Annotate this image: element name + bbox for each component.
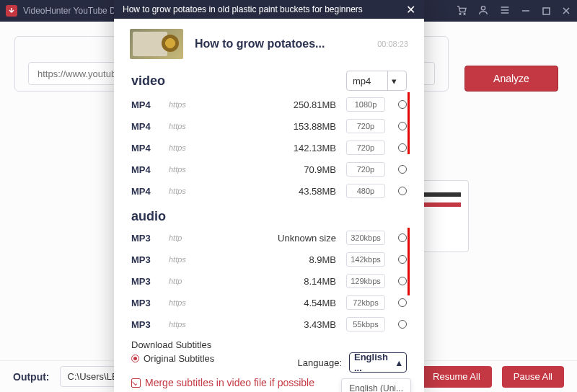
quality-badge: 129kbps bbox=[346, 274, 385, 288]
cart-icon[interactable] bbox=[456, 4, 467, 18]
original-subtitles-radio[interactable] bbox=[131, 355, 139, 362]
select-radio[interactable] bbox=[398, 165, 407, 174]
file-size: 142.13MB bbox=[268, 143, 336, 153]
format-row[interactable]: MP4https70.9MB720p bbox=[131, 159, 407, 180]
quality-badge: 1080p bbox=[346, 97, 385, 112]
format-row[interactable]: MP4https250.81MB1080p bbox=[131, 94, 407, 115]
download-modal: How to grow potatoes in old plastic pain… bbox=[114, 0, 424, 392]
protocol: http bbox=[169, 233, 182, 242]
resume-all-button[interactable]: Resume All bbox=[421, 366, 492, 388]
quality-badge: 320kbps bbox=[346, 231, 385, 245]
close-icon[interactable] bbox=[561, 6, 571, 15]
analyze-button[interactable]: Analyze bbox=[464, 66, 558, 92]
protocol: https bbox=[169, 298, 186, 307]
select-radio[interactable] bbox=[398, 255, 407, 264]
format-name: MP4 bbox=[131, 99, 169, 110]
protocol: https bbox=[169, 187, 186, 195]
select-radio[interactable] bbox=[398, 100, 407, 109]
protocol: https bbox=[169, 320, 186, 329]
chevron-down-icon: ▾ bbox=[387, 71, 400, 90]
language-select[interactable]: English ... ▴ bbox=[349, 352, 407, 373]
select-radio[interactable] bbox=[398, 277, 407, 285]
format-row[interactable]: MP3httpUnknown size320kbps bbox=[131, 227, 407, 249]
video-thumbnail bbox=[130, 29, 183, 59]
protocol: http bbox=[169, 277, 182, 285]
app-logo-icon bbox=[6, 5, 17, 17]
format-name: MP4 bbox=[131, 121, 169, 132]
svg-point-1 bbox=[464, 13, 465, 14]
original-subtitles-label: Original Subtitles bbox=[144, 353, 214, 364]
file-size: 43.58MB bbox=[268, 186, 336, 197]
file-size: 8.14MB bbox=[268, 276, 336, 287]
format-row[interactable]: MP3https4.54MB72kbps bbox=[131, 292, 407, 313]
format-select[interactable]: mp4 ▾ bbox=[346, 71, 407, 91]
file-size: 250.81MB bbox=[268, 99, 336, 110]
protocol: https bbox=[169, 255, 186, 264]
format-row[interactable]: MP4https43.58MB480p bbox=[131, 180, 407, 202]
quality-badge: 720p bbox=[346, 162, 385, 177]
language-tooltip: English (Uni... bbox=[341, 378, 411, 392]
svg-point-0 bbox=[459, 13, 461, 14]
select-radio[interactable] bbox=[398, 143, 407, 152]
format-row[interactable]: MP4https153.88MB720p bbox=[131, 115, 407, 137]
maximize-icon[interactable] bbox=[541, 7, 551, 15]
quality-badge: 142kbps bbox=[346, 252, 385, 267]
download-subtitles-label: Download Subtitles bbox=[131, 339, 407, 350]
modal-close-icon[interactable]: ✕ bbox=[406, 3, 415, 17]
file-size: 8.9MB bbox=[268, 254, 336, 265]
file-size: 4.54MB bbox=[268, 298, 336, 308]
protocol: https bbox=[169, 122, 186, 130]
modal-title-text: How to grow potatoes in old plastic pain… bbox=[123, 4, 363, 14]
output-label: Output: bbox=[13, 371, 50, 383]
quality-badge: 480p bbox=[346, 184, 385, 198]
protocol: https bbox=[169, 100, 186, 109]
app-title: VideoHunter YouTube D bbox=[23, 6, 116, 16]
merge-checkbox[interactable] bbox=[131, 378, 141, 388]
video-scrollbar[interactable] bbox=[408, 92, 410, 154]
select-radio[interactable] bbox=[398, 233, 407, 242]
select-radio[interactable] bbox=[398, 298, 407, 307]
quality-badge: 720p bbox=[346, 141, 385, 155]
svg-rect-3 bbox=[543, 8, 550, 14]
pause-all-button[interactable]: Pause All bbox=[502, 366, 564, 388]
format-name: MP4 bbox=[131, 143, 169, 153]
svg-point-2 bbox=[481, 6, 485, 9]
file-size: 153.88MB bbox=[268, 121, 336, 132]
quality-badge: 55kbps bbox=[346, 317, 385, 331]
format-name: MP3 bbox=[131, 319, 169, 330]
file-size: Unknown size bbox=[268, 233, 336, 244]
language-label: Language: bbox=[298, 357, 342, 368]
minimize-icon[interactable] bbox=[521, 6, 531, 15]
format-name: MP4 bbox=[131, 164, 169, 175]
protocol: https bbox=[169, 143, 186, 152]
video-title: How to grow potatoes... bbox=[195, 37, 325, 50]
video-duration: 00:08:23 bbox=[377, 40, 408, 48]
audio-section-title: audio bbox=[131, 209, 166, 224]
select-radio[interactable] bbox=[398, 187, 407, 195]
merge-label: Merge subtitles in video file if possibl… bbox=[145, 377, 314, 388]
format-name: MP3 bbox=[131, 254, 169, 265]
format-row[interactable]: MP3http8.14MB129kbps bbox=[131, 270, 407, 292]
quality-badge: 72kbps bbox=[346, 295, 385, 310]
format-name: MP3 bbox=[131, 276, 169, 287]
audio-scrollbar[interactable] bbox=[408, 228, 410, 295]
quality-badge: 720p bbox=[346, 119, 385, 133]
format-name: MP3 bbox=[131, 298, 169, 308]
select-radio[interactable] bbox=[398, 122, 407, 130]
menu-icon[interactable] bbox=[499, 4, 511, 18]
video-section-title: video bbox=[131, 74, 165, 89]
file-size: 70.9MB bbox=[268, 164, 336, 175]
chevron-up-icon: ▴ bbox=[397, 357, 402, 368]
select-radio[interactable] bbox=[398, 320, 407, 329]
video-list: MP4https250.81MB1080pMP4https153.88MB720… bbox=[131, 94, 407, 202]
modal-titlebar: How to grow potatoes in old plastic pain… bbox=[114, 0, 424, 19]
user-icon[interactable] bbox=[477, 4, 489, 18]
file-size: 3.43MB bbox=[268, 319, 336, 330]
audio-list: MP3httpUnknown size320kbpsMP3https8.9MB1… bbox=[131, 227, 407, 335]
format-row[interactable]: MP4https142.13MB720p bbox=[131, 137, 407, 159]
format-name: MP4 bbox=[131, 186, 169, 197]
format-row[interactable]: MP3https8.9MB142kbps bbox=[131, 249, 407, 270]
format-row[interactable]: MP3https3.43MB55kbps bbox=[131, 313, 407, 335]
format-name: MP3 bbox=[131, 233, 169, 244]
protocol: https bbox=[169, 165, 186, 174]
